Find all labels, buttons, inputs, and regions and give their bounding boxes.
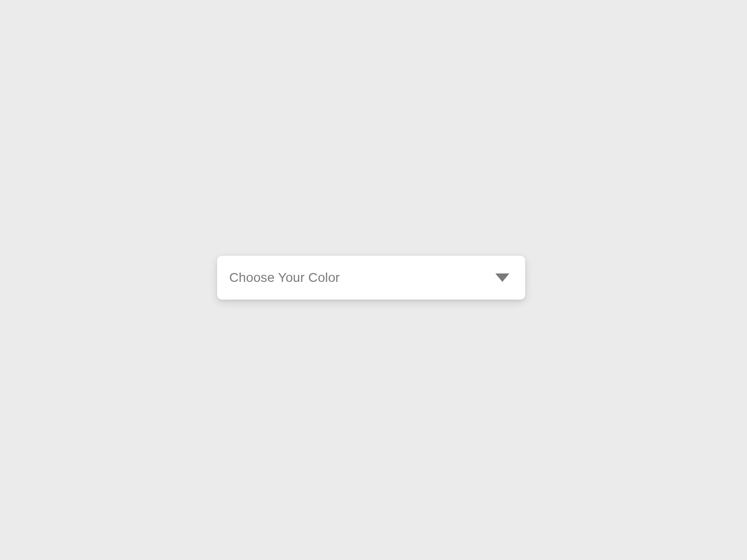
color-select[interactable]: Choose Your Color	[217, 256, 525, 300]
color-select-placeholder: Choose Your Color	[229, 270, 340, 285]
caret-down-icon	[495, 273, 509, 282]
